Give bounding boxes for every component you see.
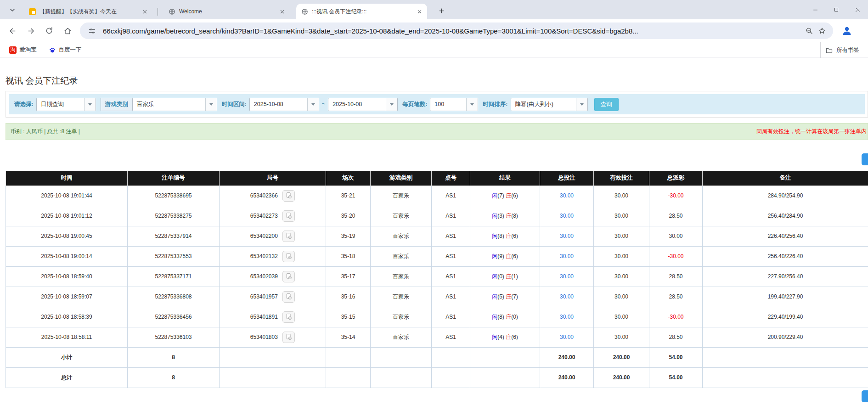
bet-id-cell: 522875336456	[128, 307, 220, 327]
bookmark-baidu[interactable]: 百度一下	[46, 45, 85, 55]
total-bet-link[interactable]: 30.00	[560, 253, 574, 259]
remark-cell: 229.40/199.40	[703, 307, 868, 327]
game-type-select[interactable]: 百家乐	[132, 98, 217, 111]
subtotal-label: 小计	[6, 347, 128, 367]
window-controls	[805, 0, 868, 19]
time-cell: 2025-10-08 19:01:12	[6, 206, 128, 226]
payout-cell: -30.00	[649, 186, 703, 206]
video-record-button[interactable]	[282, 210, 295, 222]
date-end-select[interactable]: 2025-10-08	[328, 98, 398, 111]
plus-icon	[438, 7, 445, 14]
bet-id-cell: 522875337553	[128, 246, 220, 266]
result-cell: 闲(8) 庄(0)	[470, 307, 540, 327]
video-record-icon	[285, 273, 293, 280]
reload-button[interactable]	[41, 23, 57, 39]
summary-currency-count: 币别 : 人民币 | 总共 :8 注单 |	[11, 128, 80, 135]
video-record-button[interactable]	[282, 190, 295, 202]
col-header-valid-bet: 有效投注	[594, 171, 649, 186]
edge-floating-button-bottom[interactable]	[862, 390, 868, 402]
site-settings-icon[interactable]	[85, 24, 98, 37]
video-record-button[interactable]	[282, 291, 295, 303]
edge-floating-button-top[interactable]	[862, 153, 868, 165]
browser-tab-1[interactable]: 【新提醒】【实战有奖】今天在	[24, 4, 152, 19]
session-cell: 35-15	[326, 307, 371, 327]
table-row: 2025-10-08 18:59:40 522875337171 6534020…	[6, 266, 868, 287]
window-close-button[interactable]	[847, 0, 868, 19]
total-bet-link[interactable]: 30.00	[560, 293, 574, 300]
video-record-button[interactable]	[282, 311, 295, 323]
time-cell: 2025-10-08 19:01:44	[6, 186, 128, 206]
result-banker: 庄	[506, 273, 511, 280]
profile-avatar[interactable]	[840, 23, 854, 38]
window-minimize-button[interactable]	[805, 0, 826, 19]
round-id-text: 653401957	[250, 293, 278, 299]
result-player: 闲	[492, 192, 497, 199]
total-bet-link[interactable]: 30.00	[560, 192, 574, 199]
table-no-cell: AS1	[432, 287, 470, 307]
game-type-label: 游戏类别	[101, 98, 132, 111]
bookmark-star-icon[interactable]	[816, 24, 829, 37]
payout-cell: 30.00	[649, 226, 703, 246]
total-bet-link[interactable]: 30.00	[560, 233, 574, 239]
globe-icon	[168, 8, 175, 15]
search-button[interactable]: 查询	[594, 98, 619, 111]
game-type-cell: 百家乐	[371, 226, 432, 246]
time-cell: 2025-10-08 18:58:11	[6, 327, 128, 347]
result-cell: 闲(4) 庄(6)	[470, 327, 540, 347]
video-record-icon	[285, 333, 293, 341]
window-maximize-button[interactable]	[826, 0, 847, 19]
tab-close-icon[interactable]	[278, 7, 286, 16]
session-cell: 35-19	[326, 226, 371, 246]
total-bet-link[interactable]: 30.00	[560, 334, 574, 340]
dropdown-caret-icon	[84, 98, 96, 111]
payout-cell: 28.50	[649, 287, 703, 307]
home-button[interactable]	[60, 23, 75, 39]
bookmark-label: 爱淘宝	[19, 46, 37, 54]
video-record-button[interactable]	[282, 251, 295, 262]
zoom-out-icon[interactable]	[803, 24, 816, 37]
video-record-icon	[285, 253, 293, 260]
round-id-text: 653402273	[250, 212, 278, 219]
col-header-round-id: 局号	[220, 171, 326, 186]
new-tab-button[interactable]	[436, 5, 447, 16]
all-bookmarks-label: 所有书签	[836, 46, 859, 54]
tab-search-button[interactable]	[6, 4, 18, 16]
bookmark-taobao[interactable]: 淘 爱淘宝	[6, 45, 39, 55]
forward-button[interactable]	[23, 23, 39, 39]
total-bet-link[interactable]: 30.00	[560, 273, 574, 280]
query-type-select[interactable]: 日期查询	[36, 98, 96, 111]
video-record-button[interactable]	[282, 332, 295, 343]
tab-close-icon[interactable]	[141, 7, 149, 16]
video-record-button[interactable]	[282, 231, 295, 242]
valid-bet-cell: 30.00	[594, 287, 649, 307]
date-start-select[interactable]: 2025-10-08	[249, 98, 319, 111]
date-end-value: 2025-10-08	[328, 101, 386, 107]
result-banker: 庄	[506, 334, 511, 340]
col-header-table-no: 桌号	[432, 171, 470, 186]
total-bet-cell: 30.00	[540, 307, 594, 327]
result-player: 闲	[492, 314, 497, 320]
bet-id-cell: 522875338275	[128, 206, 220, 226]
sort-select[interactable]: 降幂(由大到小)	[511, 98, 588, 111]
dropdown-caret-icon	[205, 98, 217, 111]
tab-close-icon[interactable]	[415, 7, 423, 16]
total-label: 总计	[6, 367, 128, 388]
all-bookmarks-button[interactable]: 所有书签	[820, 42, 868, 58]
round-id-cell: 653402200	[220, 226, 326, 246]
back-button[interactable]	[5, 23, 20, 39]
total-bet-cell: 30.00	[540, 186, 594, 206]
total-bet-link[interactable]: 30.00	[560, 213, 574, 219]
total-bet-link[interactable]: 30.00	[560, 314, 574, 320]
total-bet-cell: 30.00	[540, 246, 594, 266]
per-page-value: 100	[430, 101, 466, 107]
browser-tab-2[interactable]: Welcome	[163, 4, 290, 19]
time-cell: 2025-10-08 18:59:40	[6, 266, 128, 287]
filter-bar: 请选择: 日期查询 游戏类别 百家乐 时间区间: 2025-10-08 ~ 20…	[9, 94, 865, 114]
address-bar[interactable]: 66cxkj98.com/game/betrecord_search/kind3…	[80, 23, 833, 39]
round-id-text: 653402132	[250, 253, 278, 259]
per-page-select[interactable]: 100	[430, 98, 478, 111]
video-record-icon	[285, 212, 293, 220]
col-header-payout: 总派彩	[649, 171, 703, 186]
browser-tab-3-active[interactable]: :::视讯 会员下注纪录:::	[296, 4, 427, 19]
video-record-button[interactable]	[282, 271, 295, 282]
